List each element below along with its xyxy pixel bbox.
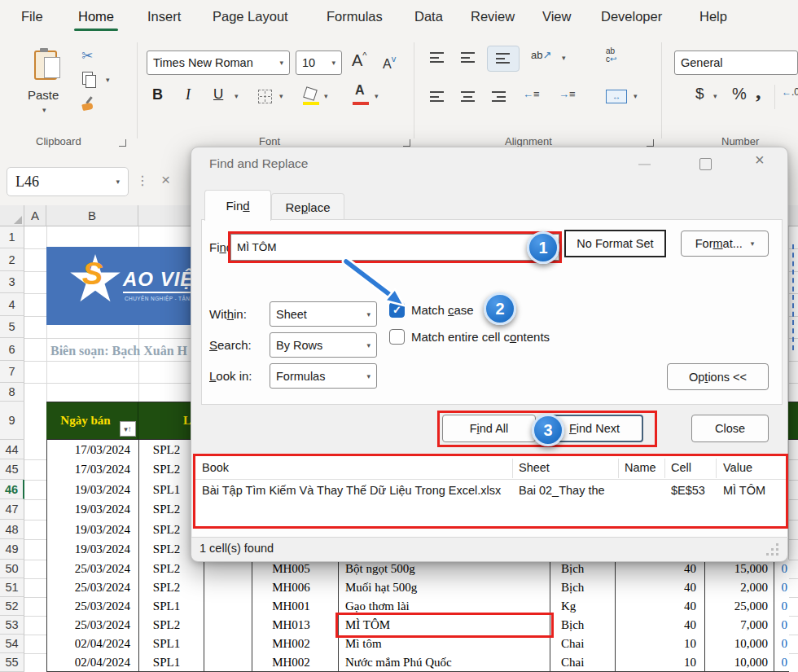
cell-unit[interactable]: Bịch (550, 578, 616, 597)
cell-partial-total[interactable]: 0 (774, 578, 789, 597)
merge-center-button[interactable]: ↔ (606, 90, 627, 103)
row-header-47[interactable]: 47 (0, 499, 24, 520)
cell-date[interactable]: 17/03/2024 (47, 459, 139, 480)
row-header-49[interactable]: 49 (0, 539, 24, 560)
bottom-align-button[interactable] (487, 46, 520, 72)
row-header-53[interactable]: 53 (0, 616, 24, 635)
menu-file[interactable]: File (21, 9, 43, 24)
cell-code[interactable]: MH001 (252, 597, 339, 616)
resize-grip[interactable] (766, 553, 769, 556)
cell-date[interactable]: 17/03/2024 (47, 440, 139, 459)
row-header-55[interactable]: 55 (0, 653, 24, 672)
search-select[interactable]: By Rows▾ (270, 332, 377, 358)
result-book[interactable]: Bài Tập Tìm Kiếm Và Thay Thế Dữ Liệu Tro… (202, 484, 501, 497)
row-header-48[interactable]: 48 (0, 520, 24, 539)
results-header-cell[interactable]: Cell (671, 461, 691, 474)
row-header-44[interactable]: 44 (0, 440, 24, 459)
cell-product[interactable]: Muối hạt 500g (339, 578, 550, 597)
look-in-select[interactable]: Formulas▾ (270, 363, 377, 389)
cell-date[interactable]: 19/03/2024 (47, 520, 139, 539)
tab-replace[interactable]: Replace (271, 193, 344, 220)
cell-type[interactable]: SPL2 (139, 560, 204, 578)
column-header-a[interactable]: A (24, 205, 46, 226)
cell-code[interactable]: MH002 (252, 635, 339, 653)
paste-dropdown-icon[interactable]: ▾ (42, 106, 46, 114)
underline-dropdown-icon[interactable]: ▾ (235, 92, 239, 100)
align-center-button[interactable] (461, 91, 475, 102)
menu-view[interactable]: View (542, 9, 571, 24)
result-sheet[interactable]: Bai 02_Thay the (519, 484, 605, 497)
orientation-dropdown-icon[interactable]: ▾ (562, 54, 566, 62)
results-header-sheet[interactable]: Sheet (519, 461, 550, 474)
cell-code[interactable]: MH005 (252, 560, 339, 578)
menu-formulas[interactable]: Formulas (327, 9, 383, 24)
cell-partial-total[interactable]: 0 (774, 597, 789, 616)
top-align-button[interactable] (430, 52, 444, 63)
cell-price[interactable]: 7,000 (705, 616, 774, 635)
close-icon[interactable]: × (755, 151, 765, 169)
row-header-50[interactable]: 50 (0, 560, 24, 578)
cell-code[interactable]: MH006 (252, 578, 339, 597)
cancel-entry-icon[interactable]: × (161, 171, 170, 189)
cell-date[interactable]: 25/03/2024 (47, 578, 139, 597)
cell-price[interactable]: 25,000 (705, 597, 774, 616)
row-header-7[interactable]: 7 (0, 361, 24, 383)
cell-date[interactable]: 02/04/2024 (47, 635, 139, 653)
filter-sort-icon[interactable]: ▾↑ (120, 421, 136, 437)
cell-date[interactable]: 02/04/2024 (47, 653, 139, 671)
menu-review[interactable]: Review (471, 9, 515, 24)
cell-qty[interactable]: 10 (616, 653, 705, 671)
row-header-1[interactable]: 1 (0, 226, 24, 248)
cell-qty[interactable]: 40 (616, 560, 705, 578)
close-button[interactable]: Close (691, 415, 769, 442)
cell-code[interactable]: MH013 (252, 616, 339, 635)
menu-data[interactable]: Data (414, 9, 443, 24)
select-all-corner[interactable] (0, 205, 24, 226)
cell-date[interactable]: 25/03/2024 (47, 560, 139, 578)
row-header-6[interactable]: 6 (0, 338, 24, 361)
align-left-button[interactable] (430, 91, 444, 102)
cell-price[interactable]: 15,000 (705, 560, 774, 578)
cell-partial-total[interactable]: 0 (774, 653, 789, 671)
cell-qty[interactable]: 40 (616, 597, 705, 616)
cell-type[interactable]: SPL1 (139, 597, 204, 616)
cell-date[interactable]: 19/03/2024 (47, 499, 139, 520)
decrease-indent-button[interactable]: ←≡ (523, 88, 540, 100)
cell-date[interactable]: 19/03/2024 (47, 539, 139, 560)
shrink-font-icon[interactable]: Av (383, 54, 396, 72)
italic-button[interactable]: I (186, 86, 191, 103)
fill-color-button[interactable] (303, 86, 319, 106)
comma-style-button[interactable]: , (756, 80, 761, 104)
menu-insert[interactable]: Insert (147, 9, 181, 24)
cell-unit[interactable]: Bịch (550, 560, 616, 578)
middle-align-button[interactable] (461, 52, 475, 63)
match-entire-checkbox[interactable] (389, 329, 405, 345)
accounting-dropdown-icon[interactable]: ▾ (713, 92, 717, 100)
underline-button[interactable]: U (213, 86, 223, 103)
cell-unit[interactable]: Chai (550, 635, 616, 653)
alignment-dialog-launcher[interactable] (647, 139, 654, 147)
cell-type[interactable]: SPL1 (139, 635, 204, 653)
results-header-value[interactable]: Value (723, 461, 752, 474)
cell-unit[interactable]: Chai (550, 653, 616, 671)
name-box-dots-icon[interactable]: ⋮ (136, 173, 149, 188)
increase-decimal-button[interactable]: ←.0 (782, 86, 798, 98)
row-header-9[interactable]: 9 (0, 402, 24, 440)
font-size-combobox[interactable]: 10▾ (296, 51, 342, 75)
menu-developer[interactable]: Developer (601, 9, 662, 24)
result-cell[interactable]: $E$53 (671, 484, 705, 497)
cell-qty[interactable]: 40 (616, 616, 705, 635)
fill-color-dropdown-icon[interactable]: ▾ (324, 92, 328, 100)
cell-price[interactable]: 10,000 (705, 635, 774, 653)
cell-qty[interactable]: 40 (616, 578, 705, 597)
copy-icon[interactable] (82, 72, 93, 85)
find-all-button[interactable]: Find All (442, 415, 536, 442)
cell-type[interactable]: SPL2 (139, 616, 204, 635)
row-header-46-active[interactable]: 46 (0, 480, 24, 499)
align-right-button[interactable] (492, 91, 506, 102)
grow-font-icon[interactable]: A^ (352, 51, 367, 70)
match-case-label[interactable]: Match case (411, 303, 474, 317)
row-header-2[interactable]: 2 (0, 248, 24, 271)
cell-qty[interactable]: 10 (616, 635, 705, 653)
cell-product[interactable]: Nước mắm Phú Quốc (339, 653, 550, 671)
